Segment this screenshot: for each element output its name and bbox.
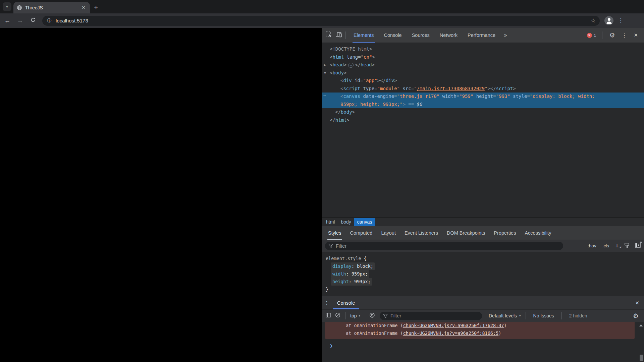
stack-frame-link[interactable]: chunk-UG26MVNH.js?v=a96a250f:17628:37 xyxy=(403,323,504,328)
console-prompt-icon: ❯ xyxy=(330,343,333,349)
css-property-name[interactable]: display xyxy=(332,263,352,269)
pane-tab-event-listeners[interactable]: Event Listeners xyxy=(401,226,441,240)
styles-scrollbar-up-arrow[interactable] xyxy=(639,241,643,243)
new-tab-button[interactable]: + xyxy=(94,4,98,11)
console-error-message[interactable]: at animate (main.js?t=1730868332029)at o… xyxy=(325,322,635,339)
sidebar-panel-icon xyxy=(326,313,331,319)
devtools-tab-network[interactable]: Network xyxy=(436,28,461,43)
back-button[interactable]: ← xyxy=(2,15,13,26)
devtools-tab-sources[interactable]: Sources xyxy=(408,28,433,43)
toggle-element-state-button[interactable]: :hov xyxy=(588,243,596,248)
console-drawer-header: ⋮ Console ✕ xyxy=(322,296,644,309)
dom-tree-node[interactable]: <html lang="en"> xyxy=(322,53,644,61)
dom-tree-node[interactable]: ⋯<canvas data-engine="three.js r170" wid… xyxy=(322,93,644,101)
styles-filter-input[interactable] xyxy=(336,243,560,249)
style-declaration[interactable]: width: 959px; xyxy=(326,270,644,278)
address-bar[interactable]: ⓘ localhost:5173 ☆ xyxy=(42,16,600,26)
more-tabs-button[interactable]: » xyxy=(500,32,510,39)
bookmark-star-icon[interactable]: ☆ xyxy=(591,17,596,24)
drawer-tab-console[interactable]: Console xyxy=(332,296,360,309)
dom-tree-node[interactable]: <!DOCTYPE html> xyxy=(322,45,644,53)
issues-counter[interactable]: No Issues xyxy=(529,313,559,318)
stack-frame-link[interactable]: chunk-UG26MVNH.js?v=a96a250f:8166:5 xyxy=(403,330,498,336)
dom-tree-node[interactable]: ▼<body> xyxy=(322,69,644,77)
live-expression-button[interactable] xyxy=(369,312,375,319)
forward-button[interactable]: → xyxy=(15,15,25,26)
profile-avatar-button[interactable] xyxy=(604,16,613,25)
style-declarations: display: block;width: 959px;height: 993p… xyxy=(326,262,644,286)
toolbar-divider xyxy=(526,312,526,319)
console-scrollbar-up-arrow[interactable] xyxy=(639,324,643,326)
url-text[interactable]: localhost:5173 xyxy=(56,18,587,23)
tab-label: DOM Breakpoints xyxy=(447,230,485,236)
collapse-arrow-icon[interactable]: ▼ xyxy=(324,69,326,77)
element-classes-button[interactable]: .cls xyxy=(602,243,609,248)
styles-filter-field[interactable] xyxy=(325,242,563,250)
back-arrow-icon: ← xyxy=(4,17,11,24)
toolbar-divider xyxy=(345,312,345,319)
clear-console-button[interactable] xyxy=(335,312,340,319)
breadcrumb-item-html[interactable]: html xyxy=(323,218,338,226)
devtools-settings-button[interactable]: ⚙ xyxy=(606,32,618,39)
tab-strip: ˅ ThreeJS ✕ + xyxy=(0,0,644,13)
site-info-icon[interactable]: ⓘ xyxy=(46,18,52,24)
paint-brush-icon xyxy=(624,243,630,249)
dom-tree-node[interactable]: </html> xyxy=(322,116,644,124)
devtools-tab-console[interactable]: Console xyxy=(380,28,405,43)
style-declaration[interactable]: height: 993px; xyxy=(326,278,644,286)
pane-tab-styles[interactable]: Styles xyxy=(325,226,345,240)
new-style-rule-button[interactable]: +◢ xyxy=(615,244,619,248)
css-property-name[interactable]: height xyxy=(332,279,349,284)
dom-tree-node[interactable]: ▶<head>…</head> xyxy=(322,61,644,69)
devtools-tab-performance[interactable]: Performance xyxy=(464,28,499,43)
pane-tab-layout[interactable]: Layout xyxy=(378,226,399,240)
css-property-value[interactable]: 959px xyxy=(352,271,365,277)
dock-sidebar-button[interactable] xyxy=(635,243,641,249)
css-property-value[interactable]: 993px xyxy=(354,279,368,284)
device-toolbar-button[interactable] xyxy=(336,32,343,39)
console-scrollbar-thumb[interactable] xyxy=(640,355,643,361)
devtools-menu-button[interactable]: ⋮ xyxy=(619,32,630,39)
css-property-value[interactable]: block xyxy=(357,263,371,269)
expand-arrow-icon[interactable]: ▶ xyxy=(324,61,326,69)
pane-tab-accessibility[interactable]: Accessibility xyxy=(521,226,554,240)
breadcrumb-item-body[interactable]: body xyxy=(338,218,354,226)
dom-tree-node[interactable]: <div id="app"></div> xyxy=(322,77,644,85)
console-filter-input[interactable] xyxy=(390,313,479,318)
tab-search-chevron-button[interactable]: ˅ xyxy=(3,2,11,11)
error-count-badge[interactable]: ✕ 1 xyxy=(587,33,596,38)
pane-tab-computed[interactable]: Computed xyxy=(347,226,376,240)
style-rule-selector[interactable]: element.style { xyxy=(326,255,644,262)
dom-tree-node[interactable]: </body> xyxy=(322,108,644,116)
css-property-name[interactable]: width xyxy=(332,271,346,277)
page-viewport[interactable] xyxy=(0,28,322,362)
reload-button[interactable] xyxy=(28,15,38,26)
console-sidebar-toggle-button[interactable] xyxy=(326,313,331,319)
inspect-element-button[interactable] xyxy=(326,32,332,39)
style-declaration[interactable]: display: block; xyxy=(326,262,644,270)
console-toolbar: top ▾ xyxy=(322,309,644,322)
console-filter-field[interactable] xyxy=(380,312,482,320)
browser-tab-threejs[interactable]: ThreeJS ✕ xyxy=(13,2,90,13)
pane-tab-dom-breakpoints[interactable]: DOM Breakpoints xyxy=(443,226,488,240)
node-menu-button[interactable]: ⋯ xyxy=(323,92,326,100)
stack-frame: at onAnimationFrame (chunk-UG26MVNH.js?v… xyxy=(325,322,635,329)
dom-tree-node[interactable]: <script type="module" src="/main.js?t=17… xyxy=(322,85,644,93)
console-settings-button[interactable]: ⚙ xyxy=(630,312,641,320)
console-levels-dropdown[interactable]: Default levels ▾ xyxy=(487,313,523,318)
browser-menu-button[interactable]: ⋮ xyxy=(618,17,624,24)
rendering-emulation-button[interactable] xyxy=(624,243,630,249)
pane-tab-properties[interactable]: Properties xyxy=(490,226,519,240)
expand-ellipsis-button[interactable]: … xyxy=(348,63,354,68)
dom-tree-node[interactable]: 959px; height: 993px;"> == $0 xyxy=(322,101,644,109)
devtools-close-button[interactable]: ✕ xyxy=(631,32,641,38)
hidden-messages-counter[interactable]: 2 hidden xyxy=(565,313,592,318)
console-prompt-row[interactable]: ❯ xyxy=(322,339,644,350)
console-context-selector[interactable]: top ▾ xyxy=(348,313,362,318)
resource-link[interactable]: /main.js?t=1730868332029 xyxy=(417,86,485,91)
drawer-close-button[interactable]: ✕ xyxy=(630,296,644,309)
tab-close-button[interactable]: ✕ xyxy=(80,5,87,11)
devtools-tab-elements[interactable]: Elements xyxy=(350,28,377,43)
breadcrumb-item-canvas[interactable]: canvas xyxy=(354,218,375,226)
drawer-menu-button[interactable]: ⋮ xyxy=(322,296,332,309)
